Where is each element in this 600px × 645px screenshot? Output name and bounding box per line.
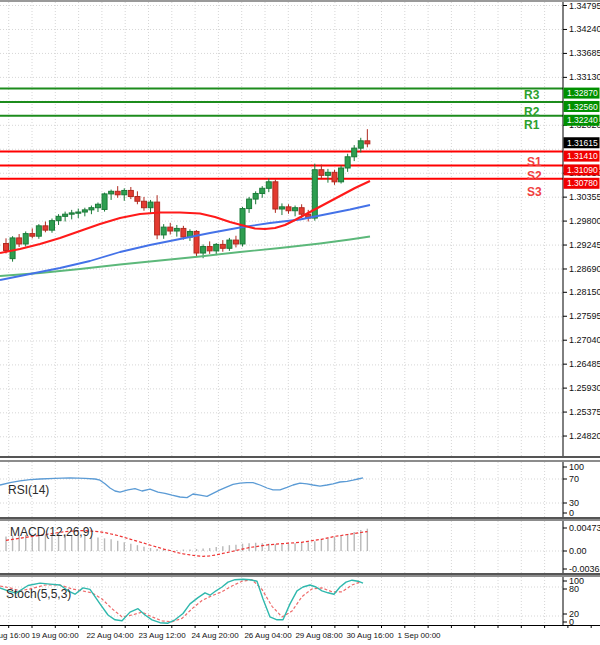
candle <box>56 216 61 220</box>
time-tick-label: 29 Aug 08:00 <box>295 631 343 640</box>
candle <box>43 226 48 230</box>
time-tick-label: 1 Sep 00:00 <box>397 631 441 640</box>
time-tick-label: 30 Aug 16:00 <box>346 631 394 640</box>
rsi-label: RSI(14) <box>8 483 49 497</box>
candle <box>253 193 258 199</box>
candle <box>10 238 15 259</box>
candle <box>273 182 278 209</box>
price-level-label: 1.32240 <box>564 115 600 126</box>
time-tick-label: 26 Aug 04:00 <box>244 631 292 640</box>
candle <box>174 228 179 231</box>
vertical-grid <box>9 577 545 625</box>
candle <box>352 148 357 157</box>
candle <box>76 212 81 213</box>
candle <box>141 201 146 207</box>
price-level-label: 1.31410 <box>564 151 600 162</box>
candle <box>17 238 22 244</box>
pivot-tag-S1: S1 <box>527 155 542 169</box>
pivot-tag-R2: R2 <box>524 105 540 119</box>
svg-text:1.32560: 1.32560 <box>567 102 598 112</box>
candle <box>122 190 127 194</box>
candle <box>293 208 298 211</box>
pivot-tag-R1: R1 <box>524 118 540 132</box>
candle <box>299 208 304 214</box>
candle <box>148 202 153 208</box>
stochastic-plot[interactable]: 10080200 <box>0 577 600 625</box>
time-tick-label: 23 Aug 12:00 <box>138 631 186 640</box>
candle <box>325 172 330 175</box>
candle <box>365 141 370 144</box>
candle <box>207 247 212 251</box>
current-price-label: 1.31615 <box>564 137 600 148</box>
time-tick-label: 22 Aug 04:00 <box>86 631 134 640</box>
candle <box>201 247 206 253</box>
price-level-label: 1.31090 <box>564 164 600 175</box>
axis-tick-label: 1.33130 <box>569 72 600 82</box>
axis-tick-label: 1.25930 <box>569 383 600 393</box>
candle <box>95 204 100 207</box>
axis-tick-label: 1.24820 <box>569 431 600 441</box>
axis-tick-label: 0 <box>569 508 574 517</box>
candle <box>279 207 284 209</box>
axis-tick-label: 80 <box>569 584 579 594</box>
axis-tick-label: 0.004735 <box>569 523 600 533</box>
svg-text:1.31615: 1.31615 <box>567 138 598 148</box>
candle <box>82 210 87 212</box>
time-axis: ug 16:0019 Aug 00:0022 Aug 04:0023 Aug 1… <box>0 625 600 645</box>
candle <box>4 244 9 251</box>
time-tick-label: 19 Aug 00:00 <box>31 631 79 640</box>
candle <box>102 194 107 210</box>
candle <box>181 228 186 237</box>
trading-chart-window: R3R2R1S1S2S31.347951.342401.336851.33130… <box>0 0 600 645</box>
price-level-label: 1.30780 <box>564 178 600 189</box>
candlestick-chart[interactable]: R3R2R1S1S2S31.347951.342401.336851.33130… <box>0 2 600 456</box>
candle <box>155 202 160 235</box>
axis-tick-label: 1.27040 <box>569 335 600 345</box>
axis-tick-label: 30 <box>569 498 579 508</box>
candle <box>63 214 68 216</box>
svg-text:1.31410: 1.31410 <box>567 151 598 161</box>
candle <box>168 227 173 231</box>
rsi-line <box>0 478 363 498</box>
svg-text:1.32870: 1.32870 <box>567 88 598 98</box>
axis-tick-label: 0 <box>569 617 574 625</box>
candle <box>247 199 252 208</box>
price-level-label: 1.32560 <box>564 101 600 112</box>
svg-text:1.30780: 1.30780 <box>567 178 598 188</box>
candle <box>358 141 363 148</box>
axis-tick-label: 1.34240 <box>569 24 600 34</box>
candle <box>233 240 238 244</box>
candle <box>220 244 225 248</box>
candle <box>69 213 74 214</box>
price-level-label: 1.32870 <box>564 88 600 99</box>
axis-tick-label: 1.30355 <box>569 192 600 202</box>
candle <box>214 244 219 250</box>
rsi-plot[interactable]: 10070300 <box>0 462 600 517</box>
axis-tick-label: 1.27595 <box>569 311 600 321</box>
axis-tick-label: 70 <box>569 474 579 484</box>
axis-tick-label: 1.28690 <box>569 264 600 274</box>
candle <box>227 240 232 248</box>
candle <box>49 221 54 230</box>
svg-text:1.32240: 1.32240 <box>567 115 598 125</box>
svg-text:1.31090: 1.31090 <box>567 165 598 175</box>
macd-label: MACD(12,26,9) <box>10 525 93 539</box>
candle <box>30 234 35 237</box>
axis-tick-label: 1.34795 <box>569 2 600 11</box>
axis-tick-label: 1.25375 <box>569 407 600 417</box>
candle <box>128 190 133 196</box>
candle <box>332 172 337 181</box>
candle <box>161 227 166 235</box>
vertical-grid <box>9 2 545 456</box>
axis-tick-label: 1.33685 <box>569 48 600 58</box>
candle <box>339 168 344 182</box>
axis-tick-label: 1.29245 <box>569 240 600 250</box>
stochastic-label: Stoch(5,5,3) <box>6 587 71 601</box>
candle <box>319 170 324 176</box>
candle <box>260 188 265 193</box>
candle <box>23 234 28 244</box>
pivot-tag-R3: R3 <box>524 88 540 102</box>
axis-tick-label: 1.29800 <box>569 216 600 226</box>
candle <box>36 226 41 236</box>
axis-tick-label: 0.00 <box>569 546 587 556</box>
